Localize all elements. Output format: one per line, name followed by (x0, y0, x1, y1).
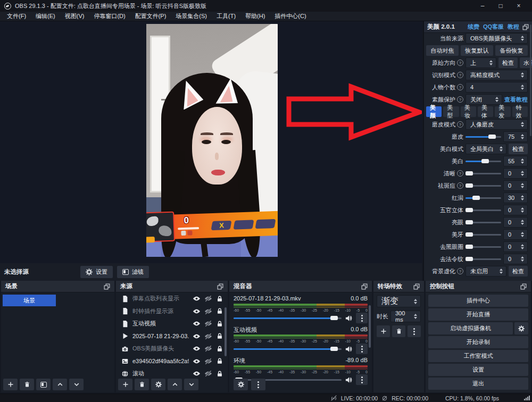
popout-icon[interactable] (217, 283, 223, 290)
visibility-eye-slash-icon[interactable] (204, 295, 212, 303)
slider-value-spinbox[interactable]: 0 (503, 254, 528, 264)
lock-icon[interactable] (216, 295, 223, 303)
source-row[interactable]: 弹幕点歌列表显示 (116, 292, 228, 305)
visibility-eye-icon[interactable] (193, 370, 201, 378)
slider-value-spinbox[interactable]: 55 (503, 156, 528, 166)
view-tutorial-link[interactable]: 查看教程 (504, 96, 528, 104)
whiten-slider[interactable] (466, 157, 501, 165)
orientation-dropdown[interactable]: 上 (466, 57, 496, 68)
source-down-button[interactable] (184, 379, 198, 390)
source-row[interactable]: 互动视频 (116, 317, 228, 330)
lock-icon[interactable] (216, 345, 223, 353)
beauty-tab[interactable]: 美妆 (461, 106, 476, 117)
slider-value-spinbox[interactable]: 0 (503, 180, 528, 191)
channel-menu-button[interactable] (356, 374, 368, 385)
popout-icon[interactable] (413, 283, 420, 290)
volume-slider[interactable] (234, 345, 342, 353)
lock-icon[interactable] (216, 320, 223, 328)
bg-blur-check-button[interactable]: 检查 (509, 266, 528, 277)
close-button[interactable]: × (510, 0, 528, 12)
beauty-tab[interactable]: 美型 (443, 106, 459, 117)
add-scene-button[interactable] (3, 379, 18, 390)
lock-icon[interactable] (216, 357, 223, 365)
visibility-eye-slash-icon[interactable] (204, 370, 212, 378)
beauty-tab[interactable]: 美体 (478, 106, 493, 117)
clarity-slider[interactable] (466, 170, 501, 177)
source-row[interactable]: 滚动 (116, 367, 228, 380)
lock-icon[interactable] (216, 370, 223, 378)
teeth-whitening-slider[interactable] (466, 231, 501, 238)
facial-3d-slider[interactable] (466, 206, 501, 214)
help-icon[interactable]: ? (457, 121, 463, 128)
help-icon[interactable]: ? (457, 170, 463, 177)
sources-scrollbar[interactable] (225, 307, 227, 356)
whiten-check-button[interactable]: 检查 (509, 144, 528, 154)
scene-down-button[interactable] (69, 379, 84, 390)
nasolabial-slider[interactable] (466, 255, 501, 263)
slider-value-spinbox[interactable]: 0 (503, 217, 528, 228)
minimize-button[interactable]: – (473, 0, 492, 12)
virtual-camera-settings-button[interactable] (514, 322, 528, 334)
bg-blur-dropdown[interactable]: 未启用 (466, 266, 506, 277)
start-streaming-button[interactable]: 开始直播 (428, 308, 528, 321)
transition-duration-spinbox[interactable]: 300 ms (390, 311, 421, 322)
mixer-menu-button[interactable] (251, 379, 265, 390)
source-row[interactable]: e394502df49aa5fc2a99cd2e7c (116, 355, 228, 368)
menu-item[interactable]: 编辑(E) (31, 12, 60, 21)
person-count-spinbox[interactable]: 4 (466, 82, 528, 93)
remove-scene-button[interactable] (20, 379, 34, 390)
smooth-mode-dropdown[interactable]: 人像磨皮 (466, 119, 528, 130)
help-icon[interactable]: ? (457, 96, 463, 103)
beauty-scrollbar[interactable] (530, 24, 531, 136)
scene-filters-button[interactable] (36, 379, 51, 390)
remove-source-button[interactable] (135, 379, 149, 390)
visibility-eye-icon[interactable] (193, 345, 201, 353)
visibility-eye-slash-icon[interactable] (204, 345, 212, 353)
blemish-removal-slider[interactable] (466, 182, 501, 189)
lock-icon[interactable] (216, 307, 223, 315)
video-preview[interactable]: 0 X (146, 24, 278, 257)
visibility-eye-slash-icon[interactable] (204, 307, 212, 315)
slider-value-spinbox[interactable]: 75 (503, 131, 528, 142)
help-icon[interactable]: ? (457, 182, 463, 189)
qq-support-link[interactable]: QQ客服 (483, 23, 504, 31)
visibility-eye-slash-icon[interactable] (204, 357, 212, 365)
speaker-icon[interactable] (345, 345, 353, 353)
slider-value-spinbox[interactable]: 0 (503, 229, 528, 240)
orientation-check-button[interactable]: 检查 (498, 57, 518, 68)
whiten-mode-dropdown[interactable]: 全局美白 (466, 144, 506, 154)
beauty-tab[interactable]: 美发 (495, 106, 510, 117)
visibility-eye-slash-icon[interactable] (204, 332, 212, 340)
visibility-eye-icon[interactable] (193, 295, 201, 303)
channel-menu-button[interactable] (356, 344, 368, 354)
popout-icon[interactable] (361, 283, 368, 290)
visibility-eye-icon[interactable] (193, 357, 201, 365)
visibility-eye-icon[interactable] (193, 307, 201, 315)
menu-item[interactable]: 工具(T) (212, 12, 240, 21)
source-up-button[interactable] (168, 379, 182, 390)
plugin-center-button[interactable]: 插件中心 (428, 295, 528, 307)
scene-up-button[interactable] (53, 379, 67, 390)
settings-button[interactable]: 设置 (428, 364, 528, 376)
recognition-mode-dropdown[interactable]: 高精度模式 (466, 70, 528, 80)
speaker-icon[interactable] (345, 314, 353, 322)
transition-menu-button[interactable] (408, 325, 421, 337)
slider-value-spinbox[interactable]: 0 (503, 241, 528, 252)
popout-icon[interactable] (522, 24, 529, 30)
menu-item[interactable]: 视图(V) (60, 12, 89, 21)
slider-value-spinbox[interactable]: 0 (503, 205, 528, 215)
menu-item[interactable]: 文件(F) (2, 12, 31, 21)
source-row[interactable]: 2025-07-18 21-29-03.mkv (116, 330, 228, 343)
beauty-tab[interactable]: 美颜 (426, 106, 442, 117)
source-properties-button[interactable]: 设置 (80, 266, 113, 278)
smooth-slider[interactable] (466, 133, 501, 140)
face-protect-dropdown[interactable]: 关闭 (466, 94, 502, 105)
beauty-action-button[interactable]: 恢复默认 (461, 45, 493, 56)
menu-item[interactable]: 配置文件(P) (130, 12, 171, 21)
add-transition-button[interactable] (377, 325, 390, 337)
source-filters-button[interactable]: 滤镜 (117, 266, 149, 278)
current-source-dropdown[interactable]: OBS美颜摄像头 (466, 33, 528, 44)
visibility-eye-slash-icon[interactable] (204, 320, 212, 328)
menu-item[interactable]: 停靠窗口(D) (89, 12, 130, 21)
add-source-button[interactable] (118, 379, 132, 390)
